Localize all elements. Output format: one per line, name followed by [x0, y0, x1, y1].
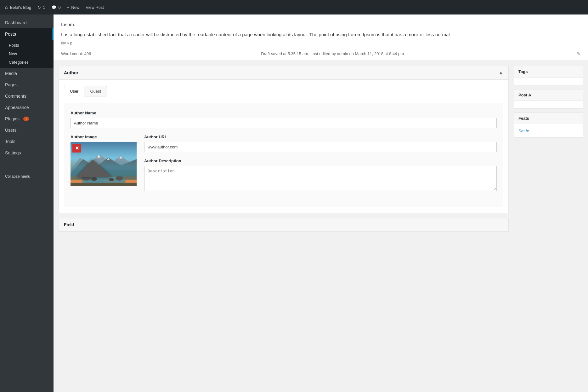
meta-area: Author ▲ User Guest [54, 61, 588, 237]
sidebar-item-new-post[interactable]: New [0, 49, 54, 58]
editor-status-bar: Word count: 496 Draft saved at 5:35:15 a… [61, 48, 580, 57]
plugins-badge: 1 [23, 117, 29, 121]
sidebar-item-posts[interactable]: Posts [0, 28, 54, 40]
author-url-col: Author URL Author Description [144, 135, 497, 199]
author-metabox: Author ▲ User Guest [59, 66, 509, 213]
author-url-input[interactable] [144, 142, 497, 152]
sidebar-item-dashboard[interactable]: Dashboard [0, 17, 54, 28]
author-image-label: Author Image [71, 135, 137, 139]
tags-metabox: Tags [514, 66, 583, 85]
author-metabox-title: Author [64, 70, 78, 75]
sidebar-item-settings[interactable]: Settings [0, 147, 54, 159]
comments-icon: 💬 [51, 5, 56, 10]
sidebar-item-comments[interactable]: Comments [0, 90, 54, 102]
sidebar: Dashboard Posts Posts New Categories Med… [0, 14, 54, 392]
author-name-label: Author Name [71, 111, 497, 115]
updates-link[interactable]: ↻ 1 [37, 5, 45, 10]
right-sidebar: Tags Post A Featu Set fe [514, 66, 583, 232]
author-tabs: User Guest [64, 86, 503, 96]
collapse-menu-button[interactable]: Collapse menu [0, 171, 54, 182]
author-tab-content: Author Name Author Image [64, 103, 503, 206]
author-description-textarea[interactable] [144, 166, 497, 191]
author-description-group: Author Description [144, 159, 497, 192]
sidebar-item-pages[interactable]: Pages [0, 79, 54, 90]
author-metabox-toggle-icon[interactable]: ▲ [498, 70, 503, 76]
new-content-button[interactable]: + New [67, 5, 80, 10]
tab-user[interactable]: User [64, 86, 84, 96]
editor-text-snippet2: It is a long established fact that a rea… [61, 31, 580, 38]
tags-metabox-header[interactable]: Tags [514, 66, 583, 78]
svg-rect-13 [71, 183, 137, 186]
svg-point-10 [91, 177, 97, 181]
view-post-link[interactable]: View Post [86, 5, 104, 10]
svg-marker-5 [107, 158, 110, 160]
author-name-group: Author Name [71, 111, 497, 128]
post-attributes-body [514, 101, 583, 108]
featured-image-header[interactable]: Featu [514, 113, 583, 124]
admin-bar: ⌂ Belal's Blog ↻ 1 💬 0 + New View Post [0, 0, 588, 14]
editor-text-snippet1: Ipsum. [61, 21, 580, 28]
tab-guest[interactable]: Guest [84, 86, 107, 96]
sidebar-item-all-posts[interactable]: Posts [0, 41, 54, 49]
main-content: Ipsum. It is a long established fact tha… [54, 14, 588, 392]
svg-marker-4 [71, 158, 137, 175]
field-metabox: Field [59, 218, 509, 232]
author-image-container: ✕ [71, 142, 137, 186]
editor-breadcrumb: div » p [61, 41, 580, 45]
author-metabox-body: User Guest Author Name [59, 80, 508, 213]
featured-image-body: Set fe [514, 124, 583, 137]
field-metabox-header[interactable]: Field [59, 218, 508, 231]
home-icon: ⌂ [5, 4, 8, 10]
plus-icon: + [67, 5, 70, 10]
author-two-col: Author Image [71, 135, 497, 199]
remove-image-button[interactable]: ✕ [72, 144, 81, 153]
draft-status: Draft saved at 5:35:15 am. Last edited b… [261, 51, 404, 56]
featured-image-metabox: Featu Set fe [514, 112, 583, 138]
sidebar-item-categories[interactable]: Categories [0, 58, 54, 66]
author-image-col: Author Image [71, 135, 137, 187]
meta-main: Author ▲ User Guest [59, 66, 509, 232]
updates-icon: ↻ [37, 5, 41, 10]
svg-point-11 [116, 176, 123, 181]
word-count: Word count: 496 [61, 51, 91, 56]
author-metabox-header[interactable]: Author ▲ [59, 66, 508, 80]
edit-icon[interactable]: ✎ [576, 51, 580, 57]
svg-point-9 [82, 176, 91, 181]
comments-link[interactable]: 💬 0 [51, 5, 60, 10]
post-attributes-metabox: Post A [514, 89, 583, 109]
sidebar-item-plugins[interactable]: Plugins 1 [0, 113, 54, 124]
editor-area: Ipsum. It is a long established fact tha… [54, 14, 588, 61]
sidebar-item-tools[interactable]: Tools [0, 136, 54, 147]
tags-metabox-body [514, 78, 583, 85]
svg-point-12 [109, 178, 114, 181]
author-url-label: Author URL [144, 135, 497, 139]
site-name-link[interactable]: ⌂ Belal's Blog [5, 4, 31, 10]
author-description-label: Author Description [144, 159, 497, 163]
set-featured-image-link[interactable]: Set fe [518, 129, 529, 133]
sidebar-item-appearance[interactable]: Appearance [0, 102, 54, 113]
author-url-group: Author URL [144, 135, 497, 152]
sidebar-item-media[interactable]: Media [0, 68, 54, 79]
main-layout: Dashboard Posts Posts New Categories Med… [0, 14, 588, 392]
post-attributes-header[interactable]: Post A [514, 89, 583, 101]
author-name-input[interactable] [71, 118, 497, 128]
sidebar-item-users[interactable]: Users [0, 124, 54, 136]
posts-submenu: Posts New Categories [0, 40, 54, 68]
